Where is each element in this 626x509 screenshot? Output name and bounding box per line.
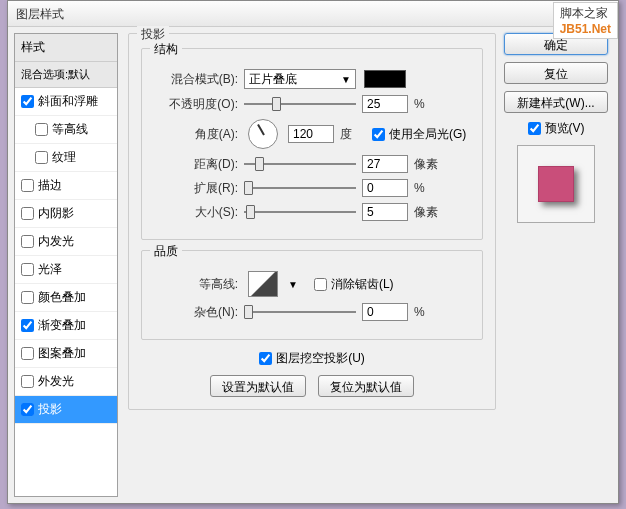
noise-unit: % [414, 305, 440, 319]
style-checkbox[interactable] [21, 291, 34, 304]
shadow-color-swatch[interactable] [364, 70, 406, 88]
chevron-down-icon: ▼ [341, 74, 351, 85]
blending-options[interactable]: 混合选项:默认 [15, 62, 117, 88]
global-light-checkbox[interactable]: 使用全局光(G) [372, 126, 466, 143]
style-checkbox[interactable] [21, 207, 34, 220]
style-label: 内阴影 [38, 205, 74, 222]
structure-group: 结构 混合模式(B): 正片叠底 ▼ 不透明度(O): 25 % [141, 48, 483, 240]
preview-checkbox[interactable]: 预览(V) [504, 120, 608, 137]
style-item-9[interactable]: 图案叠加 [15, 340, 117, 368]
blendmode-select[interactable]: 正片叠底 ▼ [244, 69, 356, 89]
quality-legend: 品质 [150, 243, 182, 260]
spread-unit: % [414, 181, 440, 195]
preview-input[interactable] [528, 122, 541, 135]
style-label: 图案叠加 [38, 345, 86, 362]
style-item-5[interactable]: 内发光 [15, 228, 117, 256]
style-label: 外发光 [38, 373, 74, 390]
style-label: 内发光 [38, 233, 74, 250]
style-checkbox[interactable] [35, 151, 48, 164]
contour-picker[interactable] [248, 271, 278, 297]
style-label: 等高线 [52, 121, 88, 138]
distance-slider[interactable] [244, 156, 356, 172]
structure-legend: 结构 [150, 41, 182, 58]
spread-label: 扩展(R): [154, 180, 238, 197]
style-item-2[interactable]: 纹理 [15, 144, 117, 172]
chevron-down-icon[interactable]: ▼ [288, 279, 298, 290]
contour-label: 等高线: [154, 276, 238, 293]
antialias-input[interactable] [314, 278, 327, 291]
knockout-checkbox[interactable]: 图层挖空投影(U) [259, 350, 365, 367]
style-label: 渐变叠加 [38, 317, 86, 334]
opacity-slider[interactable] [244, 96, 356, 112]
style-checkbox[interactable] [21, 235, 34, 248]
preview-thumbnail [517, 145, 595, 223]
watermark: 脚本之家 JB51.Net [553, 2, 618, 39]
action-panel: 确定 复位 新建样式(W)... 预览(V) [500, 33, 612, 497]
style-label: 投影 [38, 401, 62, 418]
style-item-4[interactable]: 内阴影 [15, 200, 117, 228]
noise-slider[interactable] [244, 304, 356, 320]
drop-shadow-fieldset: 投影 结构 混合模式(B): 正片叠底 ▼ 不透明度(O): [128, 33, 496, 410]
size-label: 大小(S): [154, 204, 238, 221]
watermark-cn: 脚本之家 [560, 6, 608, 20]
style-label: 纹理 [52, 149, 76, 166]
style-item-8[interactable]: 渐变叠加 [15, 312, 117, 340]
size-input[interactable]: 5 [362, 203, 408, 221]
style-checkbox[interactable] [35, 123, 48, 136]
style-item-3[interactable]: 描边 [15, 172, 117, 200]
styles-header[interactable]: 样式 [15, 34, 117, 62]
reset-default-button[interactable]: 复位为默认值 [318, 375, 414, 397]
style-checkbox[interactable] [21, 263, 34, 276]
dialog-body: 样式 混合选项:默认 斜面和浮雕等高线纹理描边内阴影内发光光泽颜色叠加渐变叠加图… [8, 27, 618, 503]
style-item-7[interactable]: 颜色叠加 [15, 284, 117, 312]
angle-unit: 度 [340, 126, 366, 143]
style-item-10[interactable]: 外发光 [15, 368, 117, 396]
angle-dial[interactable] [248, 119, 278, 149]
size-unit: 像素 [414, 204, 440, 221]
style-checkbox[interactable] [21, 347, 34, 360]
distance-label: 距离(D): [154, 156, 238, 173]
layer-style-dialog: 图层样式 样式 混合选项:默认 斜面和浮雕等高线纹理描边内阴影内发光光泽颜色叠加… [7, 0, 619, 504]
style-checkbox[interactable] [21, 403, 34, 416]
make-default-button[interactable]: 设置为默认值 [210, 375, 306, 397]
dialog-title: 图层样式 [8, 1, 618, 27]
new-style-button[interactable]: 新建样式(W)... [504, 91, 608, 113]
style-item-11[interactable]: 投影 [15, 396, 117, 424]
style-checkbox[interactable] [21, 179, 34, 192]
antialias-checkbox[interactable]: 消除锯齿(L) [314, 276, 394, 293]
style-checkbox[interactable] [21, 95, 34, 108]
opacity-unit: % [414, 97, 440, 111]
spread-slider[interactable] [244, 180, 356, 196]
noise-label: 杂色(N): [154, 304, 238, 321]
reset-button[interactable]: 复位 [504, 62, 608, 84]
knockout-input[interactable] [259, 352, 272, 365]
style-label: 斜面和浮雕 [38, 93, 98, 110]
style-item-0[interactable]: 斜面和浮雕 [15, 88, 117, 116]
global-light-input[interactable] [372, 128, 385, 141]
opacity-label: 不透明度(O): [154, 96, 238, 113]
watermark-en: JB51.Net [560, 22, 611, 36]
styles-list: 样式 混合选项:默认 斜面和浮雕等高线纹理描边内阴影内发光光泽颜色叠加渐变叠加图… [14, 33, 118, 497]
distance-input[interactable]: 27 [362, 155, 408, 173]
opacity-input[interactable]: 25 [362, 95, 408, 113]
blendmode-value: 正片叠底 [249, 71, 297, 88]
settings-panel: 投影 结构 混合模式(B): 正片叠底 ▼ 不透明度(O): [124, 33, 500, 497]
angle-input[interactable]: 120 [288, 125, 334, 143]
style-label: 光泽 [38, 261, 62, 278]
quality-group: 品质 等高线: ▼ 消除锯齿(L) 杂色(N): 0 [141, 250, 483, 340]
distance-unit: 像素 [414, 156, 440, 173]
preview-square-icon [538, 166, 574, 202]
blendmode-label: 混合模式(B): [154, 71, 238, 88]
style-label: 描边 [38, 177, 62, 194]
spread-input[interactable]: 0 [362, 179, 408, 197]
angle-label: 角度(A): [154, 126, 238, 143]
style-item-1[interactable]: 等高线 [15, 116, 117, 144]
style-checkbox[interactable] [21, 319, 34, 332]
size-slider[interactable] [244, 204, 356, 220]
style-label: 颜色叠加 [38, 289, 86, 306]
style-item-6[interactable]: 光泽 [15, 256, 117, 284]
noise-input[interactable]: 0 [362, 303, 408, 321]
style-checkbox[interactable] [21, 375, 34, 388]
